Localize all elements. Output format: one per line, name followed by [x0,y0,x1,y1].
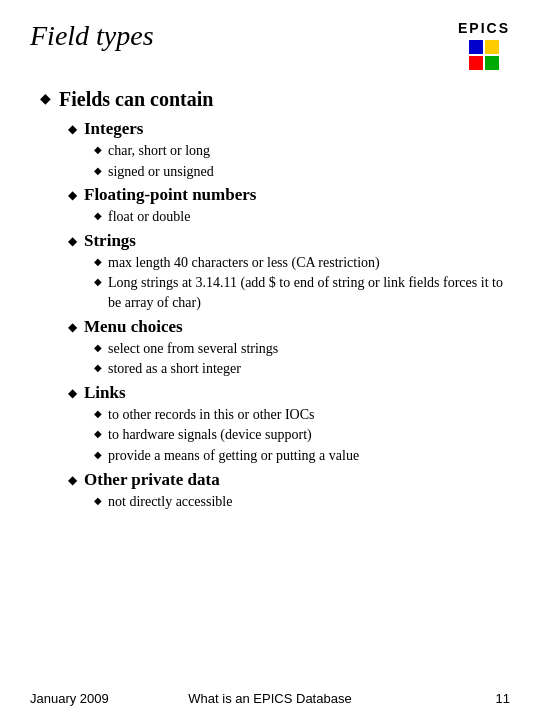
other-items: ◆ not directly accessible [68,492,510,512]
section-links: ◆ Links ◆ to other records in this or ot… [68,383,510,466]
sub-diamond-other-icon: ◆ [68,473,77,488]
list-item: ◆ not directly accessible [94,492,510,512]
footer-left: January 2009 [30,691,109,706]
sub-item-other: ◆ Other private data [68,470,510,490]
epics-sq-4 [485,56,499,70]
menu-items: ◆ select one from several strings ◆ stor… [68,339,510,379]
epics-squares [469,40,499,70]
links-items: ◆ to other records in this or other IOCs… [68,405,510,466]
bullet-icon: ◆ [94,362,102,373]
main-diamond-icon: ◆ [40,90,51,107]
section-floating: ◆ Floating-point numbers ◆ float or doub… [68,185,510,227]
item-text: Long strings at 3.14.11 (add $ to end of… [108,273,510,312]
epics-sq-2 [485,40,499,54]
sub-label-links: Links [84,383,126,403]
sub-diamond-menu-icon: ◆ [68,320,77,335]
sub-label-strings: Strings [84,231,136,251]
section-menu: ◆ Menu choices ◆ select one from several… [68,317,510,379]
item-text: signed or unsigned [108,162,214,182]
item-text: max length 40 characters or less (CA res… [108,253,380,273]
header: Field types EPICS [30,20,510,70]
bullet-icon: ◆ [94,428,102,439]
item-text: to hardware signals (device support) [108,425,312,445]
item-text: char, short or long [108,141,210,161]
bullet-icon: ◆ [94,342,102,353]
page: Field types EPICS ◆ Fields can contain ◆ [0,0,540,720]
sub-diamond-integers-icon: ◆ [68,122,77,137]
list-item: ◆ to hardware signals (device support) [94,425,510,445]
list-item: ◆ signed or unsigned [94,162,510,182]
bullet-icon: ◆ [94,210,102,221]
bullet-icon: ◆ [94,276,102,287]
floating-items: ◆ float or double [68,207,510,227]
item-text: stored as a short integer [108,359,241,379]
sub-label-floating: Floating-point numbers [84,185,256,205]
section-integers: ◆ Integers ◆ char, short or long ◆ signe… [68,119,510,181]
item-text: provide a means of getting or putting a … [108,446,359,466]
list-item: ◆ max length 40 characters or less (CA r… [94,253,510,273]
bullet-icon: ◆ [94,408,102,419]
epics-sq-1 [469,40,483,54]
section-other: ◆ Other private data ◆ not directly acce… [68,470,510,512]
strings-items: ◆ max length 40 characters or less (CA r… [68,253,510,313]
list-item: ◆ provide a means of getting or putting … [94,446,510,466]
list-item: ◆ select one from several strings [94,339,510,359]
sub-diamond-floating-icon: ◆ [68,188,77,203]
sub-item-integers: ◆ Integers [68,119,510,139]
item-text: select one from several strings [108,339,278,359]
integers-items: ◆ char, short or long ◆ signed or unsign… [68,141,510,181]
item-text: not directly accessible [108,492,232,512]
sub-label-other: Other private data [84,470,220,490]
item-text: float or double [108,207,190,227]
sub-diamond-links-icon: ◆ [68,386,77,401]
sub-item-strings: ◆ Strings [68,231,510,251]
footer-right: 11 [496,691,510,706]
list-item: ◆ char, short or long [94,141,510,161]
bullet-icon: ◆ [94,449,102,460]
footer-center-text: What is an EPICS Database [188,691,351,706]
epics-logo: EPICS [458,20,510,70]
epics-label: EPICS [458,20,510,36]
footer-center: What is an EPICS Database [188,691,351,706]
main-label: Fields can contain [59,88,213,111]
bullet-icon: ◆ [94,256,102,267]
main-content: ◆ Fields can contain ◆ Integers ◆ char, … [30,88,510,511]
sub-diamond-strings-icon: ◆ [68,234,77,249]
sub-item-menu: ◆ Menu choices [68,317,510,337]
list-item: ◆ stored as a short integer [94,359,510,379]
sub-label-integers: Integers [84,119,143,139]
sub-item-floating: ◆ Floating-point numbers [68,185,510,205]
bullet-icon: ◆ [94,165,102,176]
page-title: Field types [30,20,154,52]
section-strings: ◆ Strings ◆ max length 40 characters or … [68,231,510,313]
bullet-icon: ◆ [94,495,102,506]
list-item: ◆ to other records in this or other IOCs [94,405,510,425]
bullet-icon: ◆ [94,144,102,155]
sub-label-menu: Menu choices [84,317,183,337]
list-item: ◆ Long strings at 3.14.11 (add $ to end … [94,273,510,312]
item-text: to other records in this or other IOCs [108,405,314,425]
list-item: ◆ float or double [94,207,510,227]
main-bullet: ◆ Fields can contain [40,88,510,111]
epics-sq-3 [469,56,483,70]
sub-item-links: ◆ Links [68,383,510,403]
sub-sections-list: ◆ Integers ◆ char, short or long ◆ signe… [40,119,510,511]
